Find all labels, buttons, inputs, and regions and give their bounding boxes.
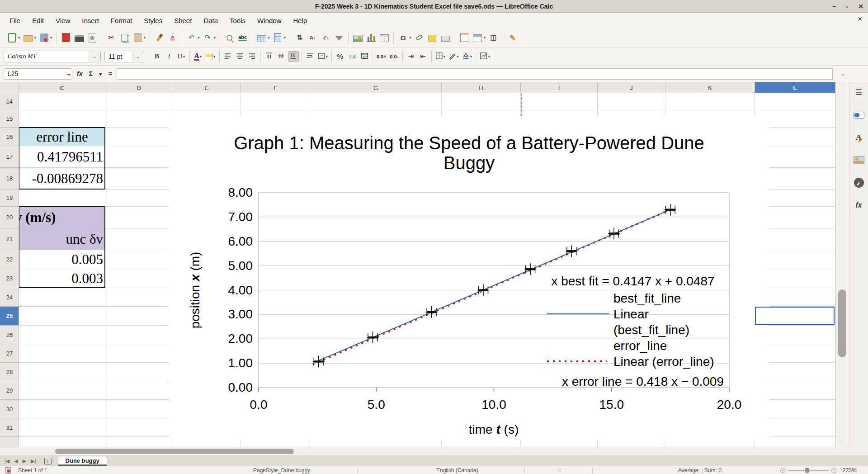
font-color-button[interactable]: A▾: [193, 51, 203, 62]
row-header-24[interactable]: 24: [0, 288, 19, 307]
row-header-25[interactable]: 25: [0, 307, 19, 326]
chevron-down-icon[interactable]: ▾: [213, 54, 216, 59]
add-sheet-button[interactable]: +: [44, 458, 52, 465]
menu-tools[interactable]: Tools: [225, 15, 250, 26]
zoom-slider-thumb[interactable]: [805, 468, 809, 473]
bold-button[interactable]: B: [151, 51, 162, 62]
format-as-percent-button[interactable]: %: [335, 51, 345, 62]
center-vertically-button[interactable]: [276, 51, 287, 62]
properties-deck-icon[interactable]: [853, 109, 865, 121]
sum-button[interactable]: Σ: [87, 70, 94, 77]
menu-window[interactable]: Window: [252, 15, 286, 26]
zoom-out-icon[interactable]: −: [780, 468, 785, 473]
merge-cells-button[interactable]: ▾: [317, 51, 329, 62]
chevron-down-icon[interactable]: ▾: [34, 35, 37, 40]
row-header-30[interactable]: 30: [0, 400, 19, 418]
sort-ascending-button[interactable]: A↑: [307, 32, 319, 44]
font-name-combo[interactable]: Calisto MT ⌄: [4, 51, 101, 62]
chevron-down-icon[interactable]: ▾: [470, 54, 472, 59]
column-header-H[interactable]: H: [442, 82, 521, 93]
close-button[interactable]: ✕: [858, 3, 863, 10]
page-style[interactable]: PageStyle_Dune buggy: [253, 466, 310, 474]
first-sheet-icon[interactable]: |◀: [5, 458, 9, 464]
align-bottom-button[interactable]: [288, 51, 299, 62]
insert-row-button[interactable]: ▾: [255, 32, 271, 44]
name-box[interactable]: L25 ⌄: [4, 68, 72, 80]
column-header-K[interactable]: K: [665, 82, 755, 93]
align-top-button[interactable]: [264, 51, 274, 62]
document-modified-icon[interactable]: [5, 466, 11, 474]
equals-button[interactable]: =: [107, 70, 114, 77]
menu-edit[interactable]: Edit: [27, 15, 49, 26]
chevron-down-icon[interactable]: ▾: [268, 35, 270, 40]
row-header-15[interactable]: 15: [0, 110, 19, 128]
spreadsheet-grid[interactable]: error line0.41796511-0.00869278v (m/s)un…: [19, 93, 835, 447]
save-button[interactable]: ▾: [38, 32, 53, 44]
clear-formatting-button[interactable]: A: [166, 32, 179, 44]
insert-special-character-button[interactable]: Ω▾: [397, 32, 412, 44]
clone-formatting-button[interactable]: [153, 32, 165, 44]
sidebar-settings-icon[interactable]: ☰: [853, 86, 865, 99]
increase-indent-button[interactable]: ⇥: [406, 51, 416, 62]
chevron-down-icon[interactable]: ⌄: [66, 69, 72, 79]
align-left-button[interactable]: [222, 51, 233, 62]
italic-button[interactable]: I: [164, 51, 175, 62]
redo-button[interactable]: ↷▾: [202, 32, 217, 44]
row-header-26[interactable]: 26: [0, 326, 19, 344]
menu-help[interactable]: Help: [288, 15, 312, 26]
column-header-D[interactable]: D: [105, 82, 173, 93]
column-header-E[interactable]: E: [173, 82, 241, 93]
column-header-C[interactable]: C: [19, 82, 105, 93]
chevron-down-icon[interactable]: ▾: [326, 54, 328, 59]
row-header-21[interactable]: 21: [0, 228, 19, 250]
paste-button[interactable]: ▾: [132, 32, 147, 44]
formula-input[interactable]: [117, 68, 833, 80]
spelling-button[interactable]: abc: [236, 32, 249, 44]
headers-footers-button[interactable]: [458, 32, 471, 44]
vertical-scrollbar-thumb[interactable]: [838, 289, 846, 357]
menu-file[interactable]: File: [5, 15, 25, 26]
column-header-L[interactable]: L: [755, 82, 835, 93]
functions-deck-icon[interactable]: fx: [853, 199, 865, 212]
menu-format[interactable]: Format: [106, 15, 137, 26]
insert-pivot-table-button[interactable]: ↑: [378, 32, 390, 44]
chevron-down-icon[interactable]: ▾: [183, 54, 185, 59]
row-header-27[interactable]: 27: [0, 344, 19, 363]
column-header-I[interactable]: I: [521, 82, 598, 93]
undo-button[interactable]: ↶▾: [185, 32, 201, 44]
zoom-slider[interactable]: − +: [780, 466, 836, 474]
row-header-29[interactable]: 29: [0, 381, 19, 400]
border-style-button[interactable]: ▾: [448, 51, 460, 62]
chevron-down-icon[interactable]: ▾: [50, 35, 52, 40]
chevron-down-icon[interactable]: ▾: [200, 54, 202, 59]
row-header-22[interactable]: 22: [0, 250, 19, 269]
row-header-23[interactable]: 23: [0, 269, 19, 288]
print-button[interactable]: [73, 32, 85, 44]
chevron-down-icon[interactable]: ▾: [198, 35, 200, 40]
chevron-down-icon[interactable]: ▾: [284, 35, 286, 40]
insert-image-button[interactable]: [352, 32, 364, 44]
row-header-16[interactable]: 16: [0, 128, 19, 146]
insert-chart-button[interactable]: [365, 32, 377, 44]
format-as-number-button[interactable]: 7.4: [347, 51, 358, 62]
sort-button[interactable]: ⇅: [293, 32, 306, 44]
export-pdf-button[interactable]: [60, 32, 72, 44]
underline-button[interactable]: U▾: [176, 51, 187, 62]
navigator-deck-icon[interactable]: [853, 176, 865, 189]
decrease-indent-button[interactable]: ⇤: [418, 51, 429, 62]
language-status[interactable]: English (Canada): [436, 466, 478, 474]
maximize-button[interactable]: ▫: [846, 3, 848, 10]
horizontal-scrollbar-thumb[interactable]: [55, 449, 294, 454]
chevron-down-icon[interactable]: ⌄: [132, 51, 144, 62]
next-sheet-icon[interactable]: ▶: [23, 458, 26, 464]
menu-styles[interactable]: Styles: [139, 15, 167, 26]
chevron-down-icon[interactable]: ▾: [214, 35, 216, 40]
sort-descending-button[interactable]: Z↑: [320, 32, 332, 44]
chevron-down-icon[interactable]: ▾: [457, 54, 459, 59]
format-as-date-button[interactable]: [359, 51, 370, 62]
chevron-down-icon[interactable]: ▾: [97, 70, 104, 77]
average-sum-status[interactable]: Average: ; Sum: 0: [678, 466, 722, 474]
borders-button[interactable]: ▾: [434, 51, 447, 62]
new-document-button[interactable]: ▾: [6, 32, 21, 44]
conditional-formatting-button[interactable]: ▾: [479, 51, 491, 62]
